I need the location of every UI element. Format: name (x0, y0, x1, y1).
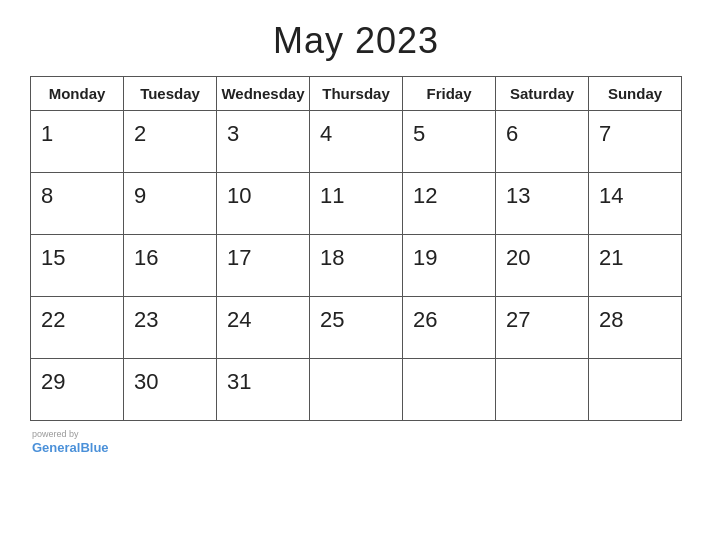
day-header-friday: Friday (403, 77, 496, 111)
calendar-day-14: 14 (589, 173, 682, 235)
calendar-day-19: 19 (403, 235, 496, 297)
calendar-day-3: 3 (217, 111, 310, 173)
calendar-day-10: 10 (217, 173, 310, 235)
calendar-day-11: 11 (310, 173, 403, 235)
calendar-day-1: 1 (31, 111, 124, 173)
calendar-day-6: 6 (496, 111, 589, 173)
calendar-day-25: 25 (310, 297, 403, 359)
blue-text: Blue (80, 440, 108, 455)
calendar-day-12: 12 (403, 173, 496, 235)
powered-by-label: powered by (32, 429, 79, 439)
calendar-day-27: 27 (496, 297, 589, 359)
calendar-title: May 2023 (273, 20, 439, 62)
calendar-day-16: 16 (124, 235, 217, 297)
calendar-day-29: 29 (31, 359, 124, 421)
calendar-day-22: 22 (31, 297, 124, 359)
calendar-day-18: 18 (310, 235, 403, 297)
calendar-week-row: 891011121314 (31, 173, 682, 235)
calendar-week-row: 15161718192021 (31, 235, 682, 297)
calendar-day-empty (496, 359, 589, 421)
calendar-day-8: 8 (31, 173, 124, 235)
day-header-thursday: Thursday (310, 77, 403, 111)
calendar-day-15: 15 (31, 235, 124, 297)
calendar-day-4: 4 (310, 111, 403, 173)
day-header-monday: Monday (31, 77, 124, 111)
day-header-tuesday: Tuesday (124, 77, 217, 111)
branding: powered by GeneralBlue (32, 429, 109, 455)
calendar-day-30: 30 (124, 359, 217, 421)
calendar-day-empty (310, 359, 403, 421)
calendar-day-28: 28 (589, 297, 682, 359)
generalblue-label: GeneralBlue (32, 440, 109, 455)
calendar-day-21: 21 (589, 235, 682, 297)
calendar-day-13: 13 (496, 173, 589, 235)
calendar-table: MondayTuesdayWednesdayThursdayFridaySatu… (30, 76, 682, 421)
calendar-day-7: 7 (589, 111, 682, 173)
calendar-day-23: 23 (124, 297, 217, 359)
calendar-week-row: 293031 (31, 359, 682, 421)
day-header-sunday: Sunday (589, 77, 682, 111)
calendar-day-24: 24 (217, 297, 310, 359)
calendar-day-20: 20 (496, 235, 589, 297)
calendar-day-empty (403, 359, 496, 421)
calendar-day-17: 17 (217, 235, 310, 297)
day-header-wednesday: Wednesday (217, 77, 310, 111)
calendar-day-26: 26 (403, 297, 496, 359)
days-header-row: MondayTuesdayWednesdayThursdayFridaySatu… (31, 77, 682, 111)
calendar-day-31: 31 (217, 359, 310, 421)
calendar-day-5: 5 (403, 111, 496, 173)
general-text: General (32, 440, 80, 455)
calendar-week-row: 22232425262728 (31, 297, 682, 359)
calendar-day-empty (589, 359, 682, 421)
calendar-day-9: 9 (124, 173, 217, 235)
day-header-saturday: Saturday (496, 77, 589, 111)
calendar-week-row: 1234567 (31, 111, 682, 173)
calendar-day-2: 2 (124, 111, 217, 173)
